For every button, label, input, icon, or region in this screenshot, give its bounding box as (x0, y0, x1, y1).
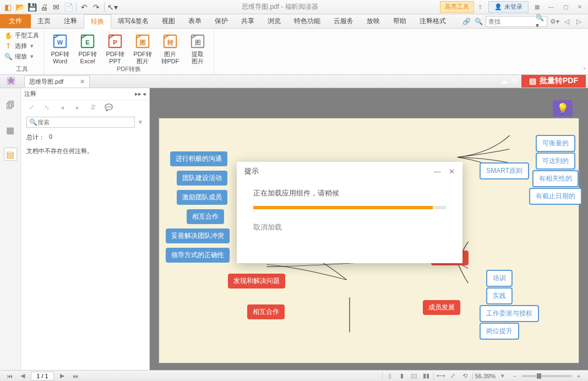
share-icon[interactable]: ⇪ (474, 2, 486, 12)
pdf-to-ppt[interactable]: PPDF转PPT (102, 31, 128, 65)
view-cont-facing-icon[interactable]: ▮▮ (421, 372, 431, 380)
zoom-slider[interactable] (522, 375, 571, 377)
pdf-to-image[interactable]: 图PDF转图片 (130, 31, 155, 65)
dialog-minimize-icon[interactable]: — (434, 167, 441, 176)
menu-tab-1[interactable]: 注释 (57, 14, 84, 28)
menu-tab-11[interactable]: 放映 (360, 14, 386, 28)
sync-icon[interactable]: ⟳ (511, 77, 518, 85)
close-icon[interactable]: ✕ (574, 2, 586, 12)
cancel-loading-button[interactable]: 取消加载 (253, 222, 446, 232)
dialog-close-icon[interactable]: ✕ (449, 167, 455, 176)
ribbon: ✋手型工具 Ꭲ选择▾ 🔍缩放▾ 工具 WPDF转WordEPDF转ExcelPP… (0, 29, 588, 75)
gear-icon[interactable]: ⚙▾ (549, 18, 559, 25)
link-icon[interactable]: 🔗 (461, 18, 471, 25)
search-input[interactable] (486, 18, 536, 25)
home-tab-icon[interactable] (0, 74, 22, 88)
collapse-left-icon[interactable]: ◂ (143, 90, 146, 97)
find-icon[interactable]: 🔍 (473, 18, 483, 25)
hand-tool[interactable]: ✋手型工具 (4, 31, 40, 40)
sort-icon[interactable]: ⇵ (88, 102, 98, 112)
collapse-all-icon[interactable]: ⤡ (42, 102, 52, 112)
file-menu[interactable]: 文件 (0, 14, 31, 28)
menu-bar: 文件 主页注释转换填写&签名视图表单保护共享浏览特色功能云服务放映帮助注释格式 … (0, 14, 588, 29)
doc-icon[interactable]: 📄 (63, 2, 74, 13)
minimize-icon[interactable]: — (545, 2, 557, 12)
notes-panel: 注释 ▸▸ ◂ ⤢ ⤡ ◂ ▸ ⇵ 💬 🔍 ▼ 总计： 0 (21, 88, 150, 370)
app-icon[interactable]: ◧ (2, 2, 13, 13)
prev-note-icon[interactable]: ◂ (57, 102, 67, 112)
menu-tab-2[interactable]: 转换 (84, 14, 111, 29)
pdf-to-word[interactable]: WPDF转Word (47, 31, 73, 65)
grid-icon[interactable]: ▦ (531, 2, 543, 12)
zoom-out-icon[interactable]: − (510, 372, 520, 380)
menu-tab-0[interactable]: 主页 (31, 14, 57, 28)
menu-tab-5[interactable]: 表单 (182, 14, 208, 28)
save-icon[interactable]: 💾 (26, 2, 37, 13)
next-icon[interactable]: ▷ (574, 18, 584, 25)
menu-tab-8[interactable]: 浏览 (261, 14, 287, 28)
svg-text:图: 图 (195, 39, 201, 46)
sb-first-icon[interactable]: ⏮ (4, 372, 14, 380)
select-tool[interactable]: Ꭲ选择▾ (4, 41, 40, 51)
document-tab[interactable]: 思维导图.pdf ✕ (24, 75, 90, 88)
menu-tab-4[interactable]: 视图 (155, 14, 182, 28)
print-icon[interactable]: 🖨 (39, 2, 50, 13)
rotate-icon[interactable]: ⟲ (460, 372, 470, 380)
menu-tab-10[interactable]: 云服务 (327, 14, 360, 28)
search-box[interactable]: 🔍▾ (486, 16, 547, 27)
sb-last-icon[interactable]: ⏭ (70, 372, 80, 380)
notes-search-box[interactable]: 🔍 (26, 117, 135, 128)
notes-total-label: 总计： (26, 133, 45, 141)
view-cont-icon[interactable]: ▮ (397, 372, 407, 380)
menu-tab-9[interactable]: 特色功能 (287, 14, 327, 28)
page-input[interactable] (31, 372, 54, 380)
collapse-right-icon[interactable]: ▸▸ (135, 90, 141, 97)
extract-image[interactable]: 图提取图片 (185, 31, 210, 65)
ribbon-group-label-convert: PDF转换 (117, 65, 141, 73)
status-bar: ⏮ ◀ ▶ ⏭ ▯ ▮ ▯▯ ▮▮ ⟷ ⤢ ⟲ 56.39% ▾ − + (0, 370, 588, 381)
login-button[interactable]: 👤未登录 (488, 1, 529, 13)
maximize-icon[interactable]: ▢ (559, 2, 571, 12)
pdf-to-excel[interactable]: EPDF转Excel (75, 31, 100, 65)
batch-convert-button[interactable]: ▤ 批量转PDF (521, 74, 586, 88)
tab-close-icon[interactable]: ✕ (80, 78, 85, 85)
sb-prev-icon[interactable]: ◀ (18, 372, 28, 380)
zoom-tool[interactable]: 🔍缩放▾ (4, 52, 40, 61)
zoom-in-icon[interactable]: + (574, 372, 584, 380)
view-facing-icon[interactable]: ▯▯ (409, 372, 419, 380)
image-to-pdf[interactable]: 转图片转PDF (157, 31, 183, 65)
next-note-icon[interactable]: ▸ (73, 102, 83, 112)
comment-icon[interactable]: 💬 (104, 102, 113, 112)
open-icon[interactable]: 📂 (14, 2, 25, 13)
prev-icon[interactable]: ◁ (562, 18, 571, 25)
view-single-icon[interactable]: ▯ (385, 372, 395, 380)
highlight-tool-badge[interactable]: 高亮工具 (440, 1, 474, 13)
ribbon-collapse-icon[interactable]: ˄ (583, 67, 586, 73)
undo-icon[interactable]: ↶ (79, 2, 90, 13)
cursor-icon[interactable]: ↖▾ (107, 2, 118, 13)
notes-search-input[interactable] (37, 119, 132, 126)
menu-tab-7[interactable]: 共享 (235, 14, 261, 28)
filter-icon[interactable]: ▼ (137, 118, 144, 126)
fit-page-icon[interactable]: ⤢ (448, 372, 458, 380)
window-title: 思维导图.pdf - 福昕阅读器 (120, 2, 440, 12)
fit-width-icon[interactable]: ⟷ (436, 372, 446, 380)
sb-next-icon[interactable]: ▶ (57, 372, 67, 380)
notes-header: 注释 ▸▸ ◂ (21, 88, 149, 100)
rail-notes-icon[interactable]: ▤ (4, 148, 17, 161)
search-icon[interactable]: 🔍▾ (536, 14, 547, 29)
bulb-icon[interactable]: 💡 (553, 100, 573, 117)
rail-bookmark-icon[interactable]: 🗐 (4, 99, 17, 112)
redo-icon[interactable]: ↷ (91, 2, 102, 13)
expand-icon[interactable]: ⤢ (26, 102, 36, 112)
menu-tab-13[interactable]: 注释格式 (413, 14, 453, 28)
menu-tab-12[interactable]: 帮助 (386, 14, 413, 28)
menu-tab-3[interactable]: 填写&签名 (111, 14, 155, 28)
cloud-icon[interactable]: ☁ (500, 77, 508, 85)
rail-thumbnail-icon[interactable]: ▦ (4, 123, 17, 137)
email-icon[interactable]: ✉ (51, 2, 62, 13)
svg-text:转: 转 (167, 39, 173, 46)
node-m3: 有相关性的 (532, 170, 579, 187)
zoom-dropdown-icon[interactable]: ▾ (498, 372, 508, 380)
menu-tab-6[interactable]: 保护 (208, 14, 235, 28)
